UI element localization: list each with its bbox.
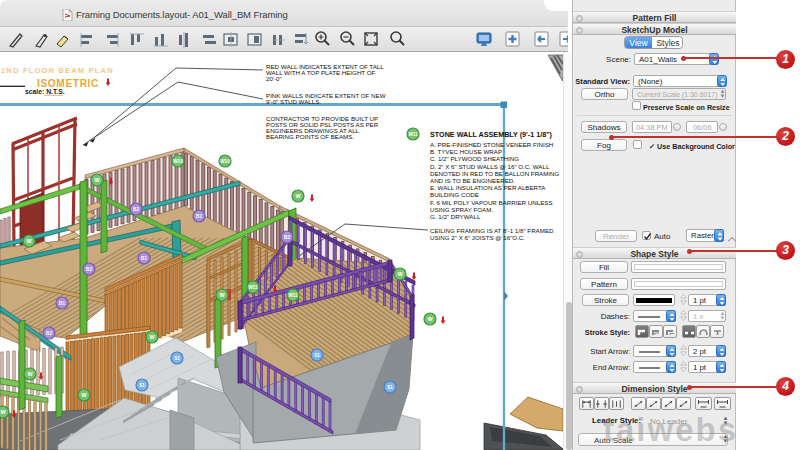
svg-text:W11: W11	[248, 285, 258, 290]
svg-text:B1: B1	[59, 301, 65, 306]
svg-text:2ND FLOOR BEAM PLAN: 2ND FLOOR BEAM PLAN	[1, 66, 114, 75]
svg-text:B1: B1	[196, 214, 202, 219]
svg-text:W10: W10	[220, 159, 230, 164]
svg-text:S1: S1	[314, 353, 320, 358]
svg-text:S1: S1	[174, 356, 180, 361]
svg-text:B2: B2	[284, 235, 290, 240]
svg-text:W11: W11	[288, 293, 298, 298]
svg-text:B2: B2	[86, 267, 92, 272]
svg-text:RED WALL INDICATES EXTENT OF T: RED WALL INDICATES EXTENT OF TALLWALL WI…	[266, 63, 384, 82]
svg-text:W10: W10	[173, 159, 183, 164]
svg-text:B2: B2	[133, 207, 139, 212]
svg-text:B1: B1	[141, 256, 147, 261]
svg-text:W11: W11	[408, 132, 418, 137]
svg-text:S1: S1	[387, 385, 393, 390]
svg-text:scale: N.T.S.: scale: N.T.S.	[25, 88, 65, 95]
svg-text:CEILING FRAMING IS AT 8'-1 1/8: CEILING FRAMING IS AT 8'-1 1/8" FRAMEDUS…	[430, 227, 554, 241]
svg-text:A. PRE-FINISHED STONE VENEER F: A. PRE-FINISHED STONE VENEER FINISHB. TY…	[430, 141, 560, 220]
svg-text:B2: B2	[46, 331, 52, 336]
svg-text:STONE WALL ASSEMBLY (9'-1 1/8": STONE WALL ASSEMBLY (9'-1 1/8")	[430, 130, 553, 139]
svg-text:S1: S1	[139, 383, 145, 388]
svg-text:PINK WALLS INDICATE EXTENT OF: PINK WALLS INDICATE EXTENT OF NEW9'-0" S…	[266, 92, 386, 105]
svg-text:CONTRACTOR TO PROVIDE BUILT UP: CONTRACTOR TO PROVIDE BUILT UPPOSTS OR S…	[266, 115, 379, 140]
